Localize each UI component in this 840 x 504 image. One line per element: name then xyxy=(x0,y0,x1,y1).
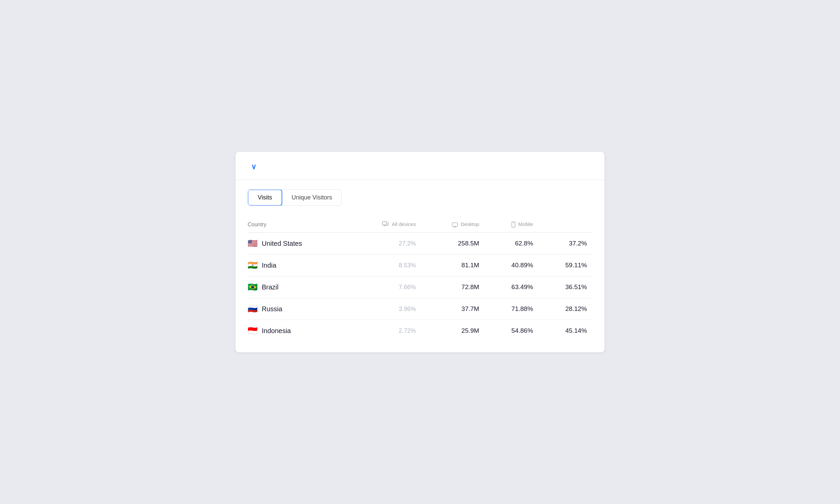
cell-mobile: 37.2% xyxy=(539,233,592,254)
cell-all-devices: 258.5M xyxy=(421,233,485,254)
tab-group: Visits Unique Visitors xyxy=(248,190,342,206)
cell-pct: 2.72% xyxy=(347,320,421,342)
cell-mobile: 36.51% xyxy=(539,276,592,298)
table-row[interactable]: 🇺🇸 United States 27.2% 258.5M 62.8% 37.2… xyxy=(248,233,592,254)
col-header-all-devices: All devices xyxy=(347,218,421,233)
cell-country: 🇷🇺 Russia xyxy=(248,298,347,320)
cell-mobile: 28.12% xyxy=(539,298,592,320)
table-row[interactable]: 🇮🇳 India 8.53% 81.1M 40.89% 59.11% xyxy=(248,254,592,276)
cell-desktop: 63.49% xyxy=(485,276,538,298)
flag-icon: 🇮🇩 xyxy=(248,327,258,335)
flag-icon: 🇷🇺 xyxy=(248,305,258,313)
card-title: ∨ xyxy=(248,161,592,172)
cell-pct: 7.66% xyxy=(347,276,421,298)
flag-icon: 🇺🇸 xyxy=(248,239,258,248)
flag-icon: 🇮🇳 xyxy=(248,261,258,269)
country-name: India xyxy=(262,262,276,269)
table-row[interactable]: 🇷🇺 Russia 3.96% 37.7M 71.88% 28.12% xyxy=(248,298,592,320)
col-header-desktop: Desktop xyxy=(421,218,485,233)
chevron-icon[interactable]: ∨ xyxy=(251,163,256,171)
col-header-mobile: Mobile xyxy=(485,218,538,233)
cell-country: 🇮🇩 Indonesia xyxy=(248,320,347,341)
cell-pct: 27.2% xyxy=(347,233,421,254)
tab-unique-visitors[interactable]: Unique Visitors xyxy=(282,190,342,205)
all-devices-icon xyxy=(382,221,389,227)
country-name: Brazil xyxy=(262,283,279,291)
cell-country: 🇺🇸 United States xyxy=(248,233,347,254)
cell-all-devices: 37.7M xyxy=(421,298,485,320)
table-header-row: Country All devices xyxy=(248,218,592,233)
cell-all-devices: 81.1M xyxy=(421,254,485,276)
cell-desktop: 71.88% xyxy=(485,298,538,320)
cell-mobile: 59.11% xyxy=(539,254,592,276)
cell-mobile: 45.14% xyxy=(539,320,592,342)
table-row[interactable]: 🇮🇩 Indonesia 2.72% 25.9M 54.86% 45.14% xyxy=(248,320,592,342)
distribution-card: ∨ Visits Unique Visitors Country xyxy=(235,151,605,353)
country-name: United States xyxy=(262,240,302,248)
card-body: Visits Unique Visitors Country xyxy=(235,180,605,353)
cell-desktop: 62.8% xyxy=(485,233,538,254)
cell-all-devices: 25.9M xyxy=(421,320,485,342)
cell-country: 🇧🇷 Brazil xyxy=(248,276,347,298)
country-name: Russia xyxy=(262,305,282,313)
svg-rect-2 xyxy=(452,222,458,226)
cell-desktop: 54.86% xyxy=(485,320,538,342)
cell-desktop: 40.89% xyxy=(485,254,538,276)
tab-visits[interactable]: Visits xyxy=(248,190,282,206)
cell-all-devices: 72.8M xyxy=(421,276,485,298)
title-highlight: ∨ xyxy=(250,161,256,172)
table-body: 🇺🇸 United States 27.2% 258.5M 62.8% 37.2… xyxy=(248,233,592,342)
cell-pct: 3.96% xyxy=(347,298,421,320)
svg-point-4 xyxy=(513,226,514,227)
cell-country: 🇮🇳 India xyxy=(248,254,347,276)
flag-icon: 🇧🇷 xyxy=(248,283,258,291)
svg-rect-0 xyxy=(382,222,386,225)
desktop-icon xyxy=(452,222,458,228)
distribution-table: Country All devices xyxy=(248,218,592,342)
country-name: Indonesia xyxy=(262,327,291,335)
mobile-icon xyxy=(511,222,515,228)
cell-pct: 8.53% xyxy=(347,254,421,276)
table-row[interactable]: 🇧🇷 Brazil 7.66% 72.8M 63.49% 36.51% xyxy=(248,276,592,298)
col-header-country: Country xyxy=(248,218,347,233)
card-header: ∨ xyxy=(235,152,605,180)
